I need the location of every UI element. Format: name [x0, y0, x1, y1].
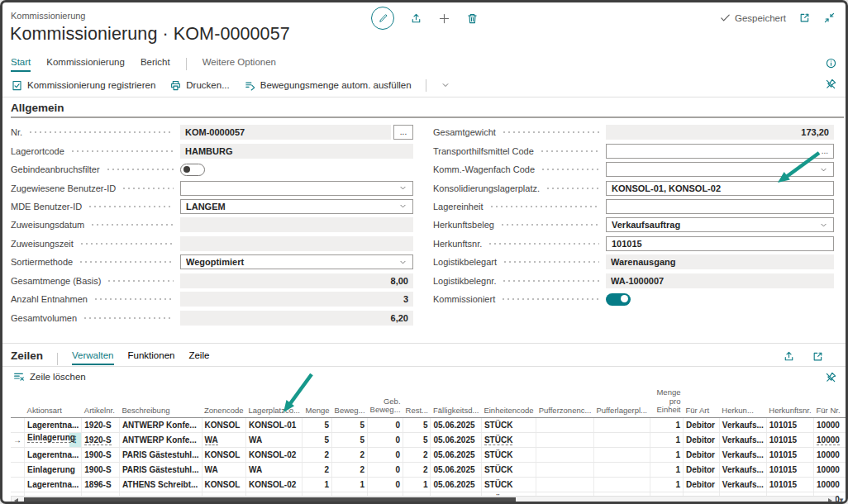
cell-menge[interactable]: 2: [303, 447, 332, 462]
cell-fuer-nr[interactable]: 10000: [814, 447, 846, 462]
column-header-bewegungsmenge[interactable]: Beweg...: [332, 387, 368, 417]
cell-fuer-nr[interactable]: 10000: [814, 477, 846, 492]
cell-herkunftsnr[interactable]: 101015: [766, 432, 813, 447]
cell-pufferlagerplatz[interactable]: [593, 462, 650, 477]
cell-herkunftsnr[interactable]: 101015: [766, 462, 813, 477]
column-header-aktionsart[interactable]: Aktionsart: [25, 387, 82, 417]
cell-pufferlagerplatz[interactable]: [593, 447, 650, 462]
popout-icon[interactable]: [798, 12, 811, 24]
row-selector-cell[interactable]: [11, 447, 25, 462]
tab-verwalten[interactable]: Verwalten: [72, 348, 114, 365]
select-herkunftsbeleg[interactable]: Verkaufsauftrag: [606, 217, 834, 232]
cell-bewegungsmenge[interactable]: 2: [332, 447, 368, 462]
column-header-fuer-art[interactable]: Für Art: [684, 387, 720, 417]
cell-artikelnr[interactable]: 1896-S: [82, 477, 120, 492]
cell-zonencode[interactable]: WA: [202, 432, 246, 447]
chevron-down-icon[interactable]: [398, 202, 407, 211]
scroll-down-arrow-icon[interactable]: ▼: [838, 497, 845, 504]
cell-zonencode[interactable]: KONSOL: [202, 417, 246, 432]
cell-herkunftsnr[interactable]: 101015: [766, 417, 813, 432]
row-selector-cell[interactable]: [11, 477, 25, 492]
column-header-pufferzonencode[interactable]: Pufferzonenc...: [536, 387, 594, 417]
cell-herkunft[interactable]: Verkaufs...: [719, 462, 766, 477]
cell-herkunft[interactable]: Verkaufs...: [719, 477, 766, 492]
cell-herkunftsnr[interactable]: 101015: [766, 477, 813, 492]
general-section-title[interactable]: Allgemein: [11, 102, 64, 114]
input-transporthilfsmittel-code[interactable]: ...: [606, 144, 834, 159]
cell-menge-pro-einheit[interactable]: 1: [650, 432, 684, 447]
edit-pencil-icon[interactable]: [371, 7, 394, 30]
cell-geb-bewegungsmenge[interactable]: 0: [368, 447, 403, 462]
cell-bewegungsmenge[interactable]: 5: [332, 432, 368, 447]
column-header-fuer-nr[interactable]: Für Nr.: [814, 387, 846, 417]
chevron-down-icon[interactable]: [819, 221, 828, 230]
input-herkunftsnr[interactable]: 101015: [606, 236, 834, 251]
column-header-menge-pro-einheit[interactable]: Menge pro Einheit: [650, 387, 684, 417]
column-header-pufferlagerplatz[interactable]: Pufferlagerpl...: [593, 387, 650, 417]
cell-fuer-art[interactable]: Debitor: [684, 477, 720, 492]
cell-artikelnr[interactable]: 1900-S: [82, 462, 120, 477]
cell-pufferlagerplatz[interactable]: [593, 477, 650, 492]
unpin-icon[interactable]: [825, 78, 837, 93]
cell-artikelnr[interactable]: 1900-S: [82, 447, 120, 462]
cell-restmenge[interactable]: 2: [403, 462, 431, 477]
cell-pufferzonencode[interactable]: [536, 447, 594, 462]
cell-faelligkeitsdatum[interactable]: 05.06.2025: [431, 417, 481, 432]
cell-menge[interactable]: 1: [303, 477, 332, 492]
scrollbar-thumb[interactable]: [24, 497, 516, 503]
cell-zonencode[interactable]: KONSOL: [202, 477, 246, 492]
cell-menge-pro-einheit[interactable]: 1: [650, 477, 684, 492]
row-selector-cell[interactable]: [11, 462, 25, 477]
column-header-beschreibung[interactable]: Beschreibung: [119, 387, 202, 417]
column-header-lagerplatzcode[interactable]: Lagerplatzco...: [246, 387, 303, 417]
tab-zeile[interactable]: Zeile: [188, 348, 209, 364]
cell-faelligkeitsdatum[interactable]: 05.06.2025: [431, 432, 481, 447]
cell-fuer-art[interactable]: Debitor: [684, 462, 720, 477]
popout-icon[interactable]: [812, 350, 824, 363]
autofill-qty-button[interactable]: Bewegungsmenge autom. ausfüllen: [244, 79, 412, 92]
cell-menge[interactable]: 5: [303, 417, 332, 432]
cell-fuer-art[interactable]: Debitor: [684, 447, 720, 462]
select-zugewiesene-benutzer-id[interactable]: [180, 181, 413, 196]
cell-pufferlagerplatz[interactable]: [593, 432, 650, 447]
cell-artikelnr[interactable]: 1920-S: [82, 432, 120, 447]
cell-bewegungsmenge[interactable]: 2: [332, 462, 368, 477]
column-header-herkunft[interactable]: Herkun...: [719, 387, 766, 417]
delete-line-button[interactable]: Zeile löschen: [12, 370, 86, 383]
cell-artikelnr[interactable]: 1920-S: [82, 417, 120, 432]
row-selector-cell[interactable]: →: [11, 432, 25, 447]
input-konsolidierungslagerplatz[interactable]: KONSOL-01, KONSOL-02: [606, 181, 834, 196]
lines-section-title[interactable]: Zeilen: [11, 348, 43, 362]
cell-faelligkeitsdatum[interactable]: 05.06.2025: [431, 462, 481, 477]
cell-bewegungsmenge[interactable]: 5: [332, 417, 368, 432]
cell-einheitencode[interactable]: STÜCK: [481, 462, 536, 477]
cell-beschreibung[interactable]: PARIS Gästestuhl...: [119, 462, 202, 477]
assist-edit-ellipsis[interactable]: ...: [822, 146, 828, 155]
column-header-herkunftsnr[interactable]: Herkunftsnr.: [766, 387, 813, 417]
cell-herkunft[interactable]: Verkaufs...: [719, 432, 766, 447]
cell-einheitencode[interactable]: STÜCK: [481, 417, 536, 432]
cell-fuer-nr[interactable]: 10000: [814, 462, 846, 477]
tab-bericht[interactable]: Bericht: [141, 57, 170, 70]
cell-aktionsart[interactable]: Lagerentna...: [25, 417, 82, 432]
toggle-gebindeanbruchsfilter[interactable]: [180, 164, 205, 176]
select-sortiermethode[interactable]: Wegoptimiert: [180, 254, 413, 269]
unpin-icon[interactable]: [825, 371, 837, 387]
input-lagereinheit[interactable]: [606, 199, 834, 214]
cell-fuer-nr[interactable]: 10000: [814, 417, 846, 432]
cell-einheitencode[interactable]: STÜCK: [481, 477, 536, 492]
cell-aktionsart[interactable]: Lagerentna...: [25, 477, 82, 492]
register-pick-button[interactable]: Kommissionierung registrieren: [11, 79, 155, 92]
assist-edit-button[interactable]: ...: [393, 125, 413, 140]
cell-faelligkeitsdatum[interactable]: 05.06.2025: [431, 477, 481, 492]
column-header-menge[interactable]: Menge: [303, 387, 332, 417]
cell-faelligkeitsdatum[interactable]: 05.06.2025: [431, 447, 481, 462]
toggle-kommissioniert[interactable]: [606, 293, 631, 306]
tab-weitere-optionen[interactable]: Weitere Optionen: [202, 57, 276, 70]
chevron-down-icon[interactable]: [398, 183, 407, 193]
cell-lagerplatzcode[interactable]: WA: [246, 432, 303, 447]
column-header-faelligkeitsdatum[interactable]: Fälligkeitsd...: [431, 387, 481, 417]
cell-menge[interactable]: 5: [303, 432, 332, 447]
cell-beschreibung[interactable]: PARIS Gästestuhl...: [119, 447, 202, 462]
cell-restmenge[interactable]: 5: [403, 417, 431, 432]
